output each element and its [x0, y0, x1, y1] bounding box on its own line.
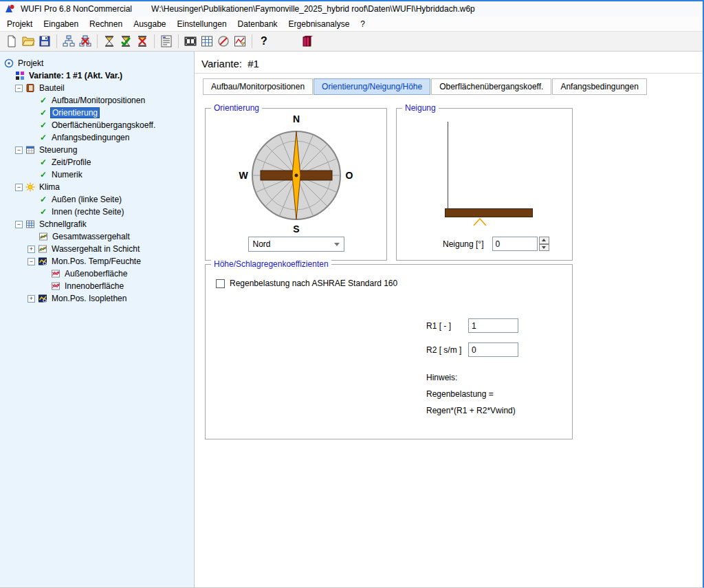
tree-item-label: Projekt — [16, 58, 45, 68]
tree-item-label: Zeit/Profile — [50, 157, 92, 167]
new-project-button[interactable] — [3, 33, 20, 50]
monitor-position-icon — [38, 257, 47, 266]
animation-button[interactable] — [182, 33, 199, 50]
save-project-button[interactable] — [36, 33, 53, 50]
r2-input[interactable] — [468, 342, 518, 357]
app-window: WUFI Pro 6.8 NonCommercial W:\Heusinger\… — [0, 0, 704, 588]
compass-rose[interactable]: N W O S — [224, 113, 368, 237]
tree-item-aufbau[interactable]: ✓ Aufbau/Monitorpositionen — [0, 94, 194, 107]
check-icon: ✓ — [38, 133, 48, 142]
content-area: Projekt Variante: 1 #1 (Akt. Var.) − Bau… — [0, 52, 703, 587]
collapse-icon[interactable]: − — [15, 146, 23, 154]
check-icon: ✓ — [38, 170, 48, 179]
tree-item-innen[interactable]: ✓ Innen (rechte Seite) — [0, 206, 194, 218]
surface-chart-icon — [51, 281, 60, 291]
header-divider — [195, 73, 703, 74]
tree-item-projekt[interactable]: Projekt — [0, 57, 194, 69]
open-project-button[interactable] — [20, 33, 36, 50]
report-button[interactable] — [158, 33, 175, 50]
projekt-icon — [4, 58, 14, 68]
tab-oberflaechenuebergangskoeff[interactable]: Oberflächenübergangskoeff. — [431, 78, 551, 95]
tree-item-steuerung[interactable]: − Steuerung — [0, 144, 194, 156]
tree-item-monpos-isoplethen[interactable]: + Mon.Pos. Isoplethen — [0, 292, 194, 305]
collapse-icon[interactable]: − — [15, 85, 23, 92]
tree-item-aussenoberflaeche[interactable]: Außenoberfläche — [0, 268, 194, 280]
hint-line: Regen*(R1 + R2*Vwind) — [426, 402, 516, 419]
monitor-position-icon — [38, 294, 47, 303]
inclination-input[interactable] — [492, 237, 538, 251]
tree-item-label: Innen (rechte Seite) — [50, 207, 125, 217]
menu-datenbank[interactable]: Datenbank — [232, 17, 283, 31]
add-variant-tree-icon — [62, 34, 76, 48]
tree-item-bauteil[interactable]: − Bauteil — [0, 82, 194, 94]
inclination-spinner — [539, 237, 549, 251]
expand-icon[interactable]: + — [28, 295, 35, 303]
collapse-icon[interactable]: − — [15, 221, 23, 228]
assembly-button[interactable] — [300, 33, 316, 50]
result-graph-button[interactable] — [232, 33, 248, 50]
tab-orientierung-neigung-hoehe[interactable]: Orientierung/Neigung/Höhe — [314, 78, 430, 95]
rain-coefficients-groupbox: Höhe/Schlagregenkoeffizienten Regenbelas… — [205, 264, 573, 439]
help-button[interactable]: ? — [256, 33, 272, 50]
tree-item-klima[interactable]: − Klima — [0, 181, 194, 193]
r1-input[interactable] — [468, 318, 518, 333]
expand-icon[interactable]: + — [28, 246, 35, 253]
tree-item-aussen[interactable]: ✓ Außen (linke Seite) — [0, 193, 194, 206]
spinner-up-button[interactable] — [539, 237, 549, 244]
book-icon — [25, 83, 35, 93]
tree-item-variante[interactable]: Variante: 1 #1 (Akt. Var.) — [0, 69, 194, 82]
new-document-icon — [5, 34, 19, 48]
calendar-icon — [25, 145, 35, 155]
tree-item-wassergehalt-schicht[interactable]: + Wassergehalt in Schicht — [0, 243, 194, 255]
sun-icon — [25, 182, 35, 192]
menu-bar: Projekt Eingaben Rechnen Ausgabe Einstel… — [0, 17, 703, 31]
ashrae-checkbox[interactable] — [216, 279, 225, 288]
grid-icon — [25, 219, 35, 229]
orientation-dropdown[interactable]: Nord — [248, 237, 344, 252]
orientation-groupbox: Orientierung — [205, 108, 387, 261]
cancel-calculation-button[interactable] — [134, 33, 151, 50]
collapse-icon[interactable]: − — [28, 258, 35, 265]
tree-item-numerik[interactable]: ✓ Numerik — [0, 168, 194, 181]
tab-anfangsbedingungen[interactable]: Anfangsbedingungen — [552, 78, 646, 95]
title-bar: WUFI Pro 6.8 NonCommercial W:\Heusinger\… — [0, 1, 703, 17]
app-title: WUFI Pro 6.8 NonCommercial — [21, 4, 132, 14]
orientation-legend: Orientierung — [211, 103, 262, 113]
spinner-down-button[interactable] — [539, 244, 549, 252]
menu-ergebnisanalyse[interactable]: Ergebnisanalyse — [283, 17, 355, 31]
variant-title: Variante: #1 — [201, 58, 259, 69]
hourglass-check-icon — [119, 34, 133, 48]
tree-item-innenoberflaeche[interactable]: Innenoberfläche — [0, 280, 194, 292]
quickgraph-button[interactable] — [199, 33, 215, 50]
tree-item-label-selected: Orientierung — [50, 107, 100, 118]
menu-einstellungen[interactable]: Einstellungen — [172, 17, 232, 31]
tree-item-label: Außenoberfläche — [63, 269, 129, 279]
menu-eingaben[interactable]: Eingaben — [38, 17, 84, 31]
menu-help[interactable]: ? — [355, 17, 371, 31]
r1-label: R1 [ - ] — [426, 321, 468, 331]
orientation-dropdown-value: Nord — [253, 239, 271, 249]
toolbar-separator — [97, 34, 98, 48]
calculate-with-check-button[interactable] — [118, 33, 134, 50]
menu-projekt[interactable]: Projekt — [1, 17, 38, 31]
toolbar: ? — [0, 31, 703, 52]
tree-item-gesamtwassergehalt[interactable]: Gesamtwassergehalt — [0, 230, 194, 243]
status-button[interactable] — [215, 33, 232, 50]
tree-item-zeitprofile[interactable]: ✓ Zeit/Profile — [0, 156, 194, 168]
tab-aufbau-monitorpositionen[interactable]: Aufbau/Monitorpositionen — [203, 78, 313, 95]
main-panel: Variante: #1 Aufbau/Monitorpositionen Or… — [195, 52, 703, 587]
tree-item-orientierung[interactable]: ✓ Orientierung — [0, 107, 194, 119]
tree-item-oberflaechen[interactable]: ✓ Oberflächenübergangskoeff. — [0, 119, 194, 131]
menu-ausgabe[interactable]: Ausgabe — [128, 17, 171, 31]
check-icon: ✓ — [38, 120, 48, 130]
inclination-groupbox: Neigung Neigung [°] — [396, 108, 573, 261]
tree-item-anfangsbedingungen[interactable]: ✓ Anfangsbedingungen — [0, 131, 194, 144]
menu-rechnen[interactable]: Rechnen — [84, 17, 128, 31]
delete-variant-button[interactable] — [77, 33, 94, 50]
chart-icon — [38, 244, 47, 254]
tree-item-schnellgrafik[interactable]: − Schnellgrafik — [0, 218, 194, 230]
tree-item-monpos-tempfeuchte[interactable]: − Mon.Pos. Temp/Feuchte — [0, 255, 194, 268]
calculate-button[interactable] — [101, 33, 118, 50]
add-variant-button[interactable] — [60, 33, 77, 50]
collapse-icon[interactable]: − — [15, 184, 23, 191]
